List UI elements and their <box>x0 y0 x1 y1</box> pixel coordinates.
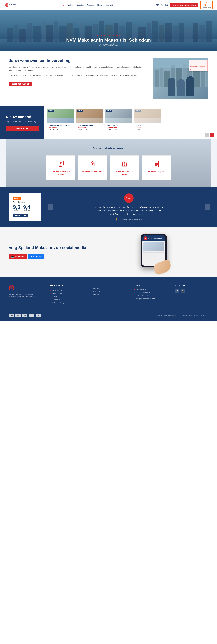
nav-contact[interactable]: Contact <box>106 4 113 6</box>
footer-instagram-btn[interactable]: 📷 <box>181 289 185 293</box>
card-title-4: Govert... <box>136 124 159 126</box>
btn-neem-contact[interactable]: NEEM CONTACT OP <box>9 82 32 86</box>
footer-facebook-icon: f <box>177 290 178 292</box>
service-label-4: Gratis waardebepaling <box>145 171 168 173</box>
nav-home[interactable]: Home <box>59 4 64 6</box>
score-num-aankoop: 9,4 <box>23 204 30 210</box>
service-verkopen[interactable]: Het verkopen van een woning <box>46 156 75 180</box>
privacy-link[interactable]: Privacy statement <box>180 314 191 316</box>
service-waardebepaling[interactable]: $ Gratis waardebepaling <box>142 156 171 180</box>
aanbod-subtitle: Altijd een ruim aanbod aan koopwoningen! <box>6 120 39 122</box>
cards-prev-btn[interactable]: ‹ <box>205 133 209 137</box>
phone-icon: 📞 <box>134 295 136 297</box>
hero-welkom: WELKOM BIJ SPALAND <box>0 35 217 36</box>
funda-logo-icon: funda <box>13 197 21 200</box>
section-social: Volg Spaland Makelaars op social media! … <box>0 227 217 278</box>
card-title-3: Eksterlaan 150 <box>107 124 130 126</box>
card-info-4: Govert... MAAS... € 429,0... <box>134 123 161 132</box>
svg-rect-39 <box>155 70 159 87</box>
score-aankoop: 9,4 aankoop <box>23 204 30 211</box>
social-title: Volg Spaland Makelaars op social media! <box>9 245 88 250</box>
footer-link-zoekservice[interactable]: Zoekservice <box>50 299 60 300</box>
reviews-left-panel: funda Beoordeeld met 9,5 verkoop 9,4 aan… <box>9 193 41 221</box>
social-text: Volg Spaland Makelaars op social media! … <box>9 245 88 259</box>
dollar-home-icon: $ <box>120 160 129 168</box>
footer-link-aankopen[interactable]: Huis aankopen <box>50 292 62 294</box>
btn-gratis-waardebepaling[interactable]: GRATIS WAARDEBEPALING <box>170 3 198 7</box>
funda-logo-area: funda <box>13 197 36 200</box>
facebook-icon: f <box>31 255 32 258</box>
email-icon: ✉ <box>134 298 135 300</box>
property-card-1[interactable]: NIEUW Laan van Spieringshoek 57 SCHIEDAM… <box>47 109 74 132</box>
nav-diensten[interactable]: Diensten <box>76 4 84 6</box>
footer-link-verkopen[interactable]: Huis verkopen <box>50 289 62 291</box>
card-location-4: MAAS... <box>136 126 159 128</box>
footer-copyright: © 2025 - Spaland NVM Makelaars · Privacy… <box>156 314 208 316</box>
btn-facebook[interactable]: f FACEBOOK <box>29 254 44 259</box>
location-icon: 📍 <box>134 289 136 291</box>
cards-row: NIEUW Laan van Spieringshoek 57 SCHIEDAM… <box>44 106 217 132</box>
woonwensen-text: Jouw woonwensen in vervulling Vanuit onz… <box>9 58 148 98</box>
funda-score: 9.5 <box>202 4 211 7</box>
card-image-4: NIEUW <box>134 109 161 123</box>
nav-nieuws[interactable]: Nieuws <box>97 4 103 6</box>
property-card-2[interactable]: NIEUW Govert Flinckplein 4 MAASSLUIS € 4… <box>76 109 103 132</box>
property-card-3[interactable]: NIEUW Eksterlaan 150 VLAARDINGEN € 285.0… <box>105 109 132 132</box>
hero-section: WELKOM BIJ SPALAND NVM Makelaar in Maass… <box>0 10 217 51</box>
score-label-aankoop: aankoop <box>23 210 30 211</box>
footer-direct-links: Huis verkopen Huis aankopen Taxatie Zoek… <box>50 289 83 304</box>
score-verkoop: 9,5 verkoop <box>13 204 20 211</box>
footer-col-direct: DIRECT NAAR Huis verkopen Huis aankopen … <box>50 285 83 305</box>
service-taxeren[interactable]: $ Het taxeren van een woning <box>110 156 139 180</box>
footer-top: S Spaland NVM Makelaars, makelaar in Maa… <box>9 285 208 305</box>
logo[interactable]: SPALAND NVM MAKELAARS <box>4 2 16 8</box>
score-num-verkoop: 9,5 <box>13 204 20 210</box>
btn-bekijk-reviews[interactable]: BEKIJK ALLES <box>13 214 28 218</box>
review-recommend: Ik zou deze makelaar aanbevelen <box>118 218 142 220</box>
cards-nav: ‹ › <box>44 132 217 139</box>
footer-link-waardebepaling[interactable]: Gratis waardebepaling <box>50 302 68 304</box>
svg-text:$: $ <box>124 163 125 165</box>
footer-link-nieuws[interactable]: Nieuws <box>92 287 99 289</box>
footer-logo-icon: S <box>9 285 15 290</box>
card-info-2: Govert Flinckplein 4 MAASSLUIS € 429.000… <box>76 123 103 132</box>
footer-direct-title: DIRECT NAAR <box>50 285 83 287</box>
woonwensen-title: Jouw woonwensen in vervulling <box>9 58 148 63</box>
nav-over-ons[interactable]: Over ons <box>87 4 94 6</box>
section-makelaar: Jouw makelaar voor: Het verkopen van een… <box>0 139 217 187</box>
card-location-3: VLAARDINGEN <box>107 126 130 128</box>
social-phone: Spaland NVM Makelaars <box>99 234 208 270</box>
error-overlay: Unexpected ApplicationError!Minified Rea… <box>189 60 207 72</box>
score-label-verkoop: verkoop <box>13 210 20 211</box>
scores: 9,5 verkoop 9,4 aankoop <box>13 204 36 211</box>
footer-bottom: funda NVM NWWI RVT VBO © 2025 - Spaland … <box>9 310 208 317</box>
website-credit: Website door «dopsis» <box>193 314 208 316</box>
reviews-center: 10,0 "Persoonlijk, vertrouwd en ter zake… <box>49 194 208 220</box>
section-woonwensen: Jouw woonwensen in vervulling Vanuit onz… <box>0 51 217 106</box>
svg-rect-54 <box>60 163 61 164</box>
cards-next-btn[interactable]: › <box>210 133 214 137</box>
footer-col2-links: Nieuws Over ons Contact <box>92 287 125 296</box>
phone-app-icon <box>144 237 146 240</box>
footer-brand: S Spaland NVM Makelaars, makelaar in Maa… <box>9 285 42 305</box>
hero-title-sub: en omstreken <box>0 43 217 46</box>
nav-aanbod[interactable]: Aanbod <box>67 4 74 6</box>
svg-rect-48 <box>206 69 208 87</box>
service-kopen[interactable]: Het kopen van een woning <box>78 156 107 180</box>
section-aanbod: Nieuw aanbod Altijd een ruim aanbod aan … <box>0 106 217 139</box>
card-badge-4: NIEUW <box>135 110 141 112</box>
footer-contact-email: ✉ info@spalandmakelaars.nl <box>134 298 167 300</box>
btn-bekijk-aanbod[interactable]: BEKIJK ALLES <box>6 126 39 130</box>
footer-brand-text: Spaland NVM Makelaars, makelaar in Maass… <box>9 293 42 298</box>
hero-content: WELKOM BIJ SPALAND NVM Makelaar in Maass… <box>0 35 217 46</box>
card-badge-3: NIEUW <box>106 110 112 112</box>
review-next-btn[interactable]: › <box>205 204 210 210</box>
property-card-4[interactable]: NIEUW Govert... MAAS... € 429,0... <box>134 109 161 132</box>
footer-link-over-ons[interactable]: Over ons <box>92 290 100 292</box>
footer-facebook-btn[interactable]: f <box>175 289 179 293</box>
main-header: SPALAND NVM MAKELAARS Home Aanbod Dienst… <box>0 0 217 10</box>
footer-link-taxatie[interactable]: Taxatie <box>50 296 57 297</box>
btn-instagram[interactable]: 📷 INSTAGRAM <box>9 254 27 259</box>
card-info-3: Eksterlaan 150 VLAARDINGEN € 285.000,- k… <box>105 123 132 132</box>
footer-link-contact[interactable]: Contact <box>92 294 99 295</box>
